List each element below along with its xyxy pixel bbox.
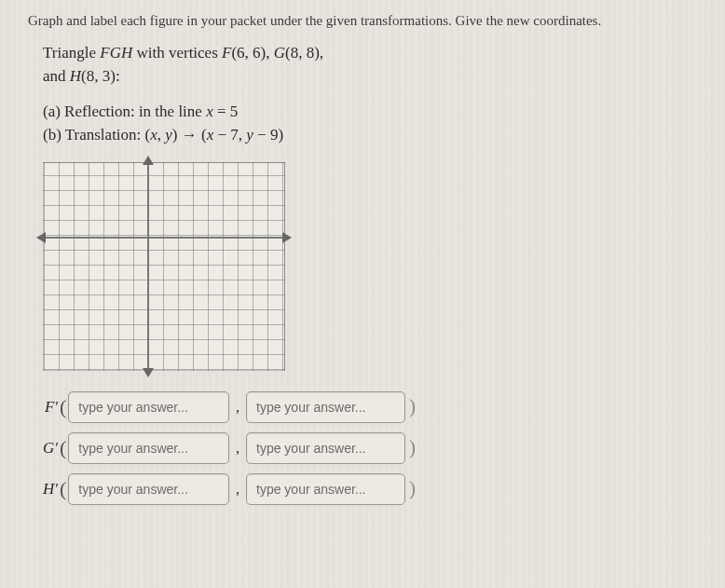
paren-close-icon: ) [407,478,416,499]
vertex-f-coords: (6, 6), [231,44,273,62]
part-b-mid: , [157,126,166,144]
paren-open-icon: ( [60,479,66,499]
f-prime-x-input[interactable] [68,391,229,423]
page-instructions: Graph and label each figure in your pack… [28,13,708,29]
triangle-word: Triangle [43,44,100,62]
answer-grid: F′ ( , ) G′ ( , ) H′ ( , ) [35,391,708,505]
row-label-h: H′ [35,480,60,499]
comma-sep: , [229,399,246,416]
vertex-h-label: H [70,67,81,85]
part-b-x: x [150,126,157,144]
part-b-y2: y [246,126,253,144]
axis-arrow-up-icon [143,156,154,165]
paren-close-icon: ) [407,437,416,458]
comma-sep: , [229,440,246,457]
g-prime-x-input[interactable] [68,432,229,464]
part-a-text: (a) Reflection: in the line [43,103,206,120]
coordinate-grid [43,162,708,371]
part-b-text: (b) Translation: ( [43,126,150,144]
part-a-eq: = 5 [213,103,239,120]
part-b-arrow: ) → ( [172,126,207,144]
h-prime-x-input[interactable] [68,473,229,505]
axis-arrow-left-icon [36,232,46,243]
row-label-g: G′ [35,439,60,458]
triangle-name: FGH [100,44,132,62]
axis-arrow-right-icon [282,232,292,243]
vertex-f-label: F [222,44,231,62]
part-a-var: x [206,103,213,120]
vertex-g-label: G [274,44,285,62]
paren-open-icon: ( [60,397,66,417]
comma-sep: , [229,481,246,498]
axis-arrow-down-icon [143,368,154,377]
and-word: and [43,67,70,85]
problem-statement: Triangle FGH with vertices F(6, 6), G(8,… [43,42,708,147]
part-b-m7: − 7, [213,126,246,144]
part-b-m9: − 9) [253,126,283,144]
vertex-g-coords: (8, 8), [285,44,323,62]
g-prime-y-input[interactable] [246,432,405,464]
h-prime-y-input[interactable] [246,473,405,505]
row-label-f: F′ [35,398,60,417]
paren-close-icon: ) [407,396,416,417]
f-prime-y-input[interactable] [246,391,405,423]
paren-open-icon: ( [60,438,66,458]
part-b-y: y [165,126,172,144]
vertex-h-coords: (8, 3): [81,67,120,85]
vertices-word: with vertices [132,44,222,62]
